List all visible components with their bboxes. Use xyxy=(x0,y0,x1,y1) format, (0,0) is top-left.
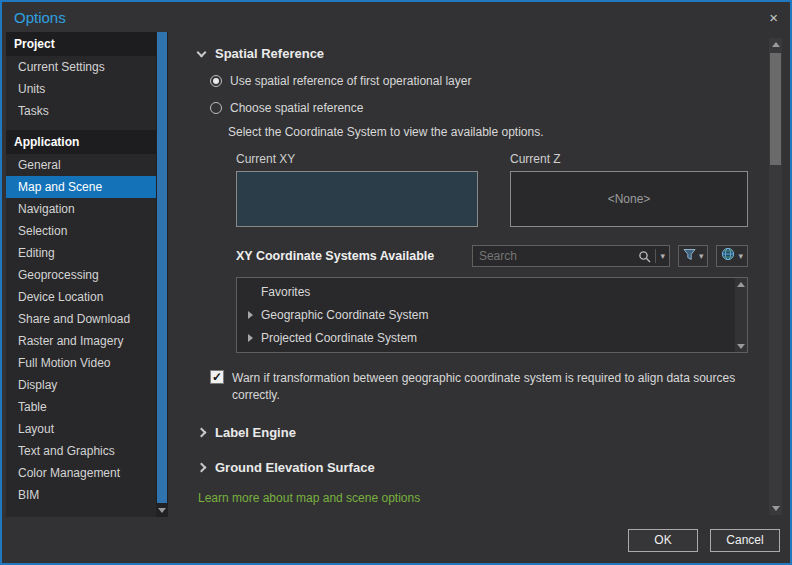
list-item-label: Favorites xyxy=(261,285,310,299)
search-box: ▾ xyxy=(472,245,670,267)
scroll-down-icon xyxy=(737,344,745,349)
current-z-label: Current Z xyxy=(510,152,748,166)
learn-more-link[interactable]: Learn more about map and scene options xyxy=(198,491,746,505)
warn-checkbox-label: Warn if transformation between geographi… xyxy=(232,370,746,405)
sidebar-item-current-settings[interactable]: Current Settings xyxy=(6,56,156,78)
sidebar-item-raster-and-imagery[interactable]: Raster and Imagery xyxy=(6,330,156,352)
search-icon xyxy=(634,250,655,263)
main-scroll-down-button[interactable] xyxy=(769,502,782,515)
sidebar-item-geoprocessing[interactable]: Geoprocessing xyxy=(6,264,156,286)
list-item-label: Projected Coordinate System xyxy=(261,331,417,345)
globe-icon xyxy=(721,247,735,265)
sidebar-item-selection[interactable]: Selection xyxy=(6,220,156,242)
sidebar-item-color-management[interactable]: Color Management xyxy=(6,462,156,484)
globe-caret-icon: ▾ xyxy=(738,252,743,261)
sidebar-item-bim[interactable]: BIM xyxy=(6,484,156,506)
sidebar-item-editing[interactable]: Editing xyxy=(6,242,156,264)
sidebar-item-units[interactable]: Units xyxy=(6,78,156,100)
scroll-down-icon xyxy=(772,506,780,511)
radio-first-layer[interactable]: Use spatial reference of first operation… xyxy=(210,74,746,88)
scroll-up-icon xyxy=(737,282,745,287)
options-dialog: Options × Project Current Settings Units… xyxy=(0,0,792,565)
sidebar-section-application: Application xyxy=(6,130,156,154)
sidebar-item-text-and-graphics[interactable]: Text and Graphics xyxy=(6,440,156,462)
search-caret-icon[interactable]: ▾ xyxy=(656,252,669,261)
list-item-geographic[interactable]: Geographic Coordinate System xyxy=(238,303,733,326)
current-z-box: <None> xyxy=(510,171,748,227)
titlebar: Options × xyxy=(2,2,790,32)
sidebar-item-map-and-scene[interactable]: Map and Scene xyxy=(6,176,156,198)
section-spatial-reference-header[interactable]: Spatial Reference xyxy=(198,46,746,61)
list-item-projected[interactable]: Projected Coordinate System xyxy=(238,326,733,349)
current-z-column: Current Z <None> xyxy=(510,152,748,227)
sidebar-section-project: Project xyxy=(6,32,156,56)
main-scrollbar[interactable] xyxy=(769,38,782,515)
dialog-body: Project Current Settings Units Tasks App… xyxy=(2,32,790,517)
cancel-button[interactable]: Cancel xyxy=(710,529,780,552)
current-xy-column: Current XY xyxy=(236,152,478,227)
sidebar-item-tasks[interactable]: Tasks xyxy=(6,100,156,122)
main-scroll-up-button[interactable] xyxy=(769,38,782,51)
coordinate-system-list: Favorites Geographic Coordinate System P… xyxy=(236,277,748,353)
scroll-up-icon xyxy=(772,42,780,47)
list-item-favorites[interactable]: Favorites xyxy=(238,280,733,303)
sidebar-list: Project Current Settings Units Tasks App… xyxy=(6,32,156,517)
scroll-down-icon xyxy=(158,508,166,513)
main-content: Spatial Reference Use spatial reference … xyxy=(198,46,746,505)
ok-button[interactable]: OK xyxy=(628,529,698,552)
radio-choose-label: Choose spatial reference xyxy=(230,101,363,115)
radio-button-unselected[interactable] xyxy=(210,102,222,114)
warn-transformation-row: ✓ Warn if transformation between geograp… xyxy=(210,370,746,405)
dialog-footer: OK Cancel xyxy=(2,517,790,563)
sidebar-item-full-motion-video[interactable]: Full Motion Video xyxy=(6,352,156,374)
section-title: Label Engine xyxy=(215,425,296,440)
list-scroll-up-button[interactable] xyxy=(735,278,747,290)
search-input[interactable] xyxy=(473,249,634,263)
sidebar-item-layout[interactable]: Layout xyxy=(6,418,156,440)
list-item-label: Geographic Coordinate System xyxy=(261,308,428,322)
chevron-right-icon xyxy=(197,462,207,472)
filter-caret-icon: ▾ xyxy=(699,252,704,261)
radio-button-selected[interactable] xyxy=(210,75,222,87)
main-panel: Spatial Reference Use spatial reference … xyxy=(168,32,790,517)
expander-right-icon[interactable] xyxy=(248,334,253,342)
chevron-right-icon xyxy=(197,427,207,437)
sidebar-item-general[interactable]: General xyxy=(6,154,156,176)
current-coordinate-columns: Current XY Current Z <None> xyxy=(236,152,746,227)
current-xy-label: Current XY xyxy=(236,152,478,166)
sidebar: Project Current Settings Units Tasks App… xyxy=(2,32,168,517)
xy-available-row: XY Coordinate Systems Available ▾ ▾ xyxy=(236,245,748,267)
sidebar-scrollbar-thumb[interactable] xyxy=(157,32,167,503)
current-xy-box xyxy=(236,171,478,227)
list-scroll-down-button[interactable] xyxy=(735,340,747,352)
warn-checkbox[interactable]: ✓ xyxy=(210,370,224,384)
section-title: Ground Elevation Surface xyxy=(215,460,375,475)
main-scrollbar-thumb[interactable] xyxy=(770,53,781,165)
section-title: Spatial Reference xyxy=(215,46,324,61)
current-z-value: <None> xyxy=(608,192,651,206)
sidebar-scrollbar[interactable] xyxy=(156,32,168,517)
sidebar-item-share-and-download[interactable]: Share and Download xyxy=(6,308,156,330)
expander-right-icon[interactable] xyxy=(248,311,253,319)
filter-icon xyxy=(683,247,696,265)
sidebar-item-navigation[interactable]: Navigation xyxy=(6,198,156,220)
list-scrollbar[interactable] xyxy=(735,278,747,352)
filter-button[interactable]: ▾ xyxy=(678,245,709,267)
sidebar-scroll-down-button[interactable] xyxy=(156,504,168,517)
globe-button[interactable]: ▾ xyxy=(716,245,748,267)
sidebar-item-display[interactable]: Display xyxy=(6,374,156,396)
dialog-title: Options xyxy=(14,9,66,26)
xy-available-label: XY Coordinate Systems Available xyxy=(236,249,472,263)
close-icon[interactable]: × xyxy=(769,10,778,25)
section-ground-elevation-header[interactable]: Ground Elevation Surface xyxy=(198,460,746,475)
sidebar-item-device-location[interactable]: Device Location xyxy=(6,286,156,308)
radio-choose-spatial[interactable]: Choose spatial reference xyxy=(210,101,746,115)
sidebar-item-table[interactable]: Table xyxy=(6,396,156,418)
coordinate-list-rows: Favorites Geographic Coordinate System P… xyxy=(238,280,733,349)
section-label-engine-header[interactable]: Label Engine xyxy=(198,425,746,440)
radio-first-layer-label: Use spatial reference of first operation… xyxy=(230,74,471,88)
coordinate-helper-text: Select the Coordinate System to view the… xyxy=(228,125,746,139)
chevron-down-icon xyxy=(197,47,207,57)
